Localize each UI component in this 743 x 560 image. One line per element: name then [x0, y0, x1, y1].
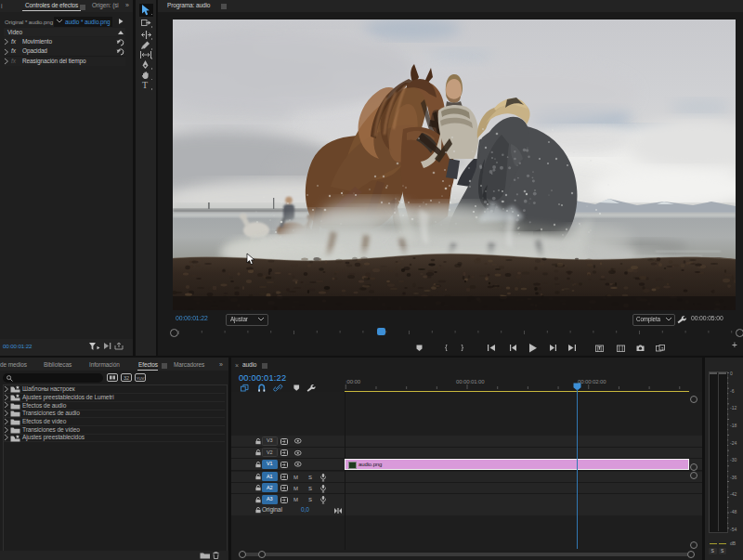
svg-text:32: 32 — [124, 375, 129, 381]
svg-text:-30: -30 — [730, 457, 736, 462]
svg-text:-36: -36 — [730, 475, 736, 480]
svg-text:-42: -42 — [730, 491, 736, 497]
svg-text:dB: dB — [730, 540, 736, 546]
svg-text:-48: -48 — [730, 509, 736, 514]
svg-text:YUV: YUV — [137, 376, 145, 381]
svg-text:-18: -18 — [730, 423, 736, 428]
svg-text:-24: -24 — [730, 440, 736, 446]
svg-text:0: 0 — [730, 371, 733, 376]
svg-text:-12: -12 — [730, 405, 736, 410]
svg-text:-54: -54 — [730, 527, 736, 532]
svg-text:-6: -6 — [730, 388, 735, 394]
